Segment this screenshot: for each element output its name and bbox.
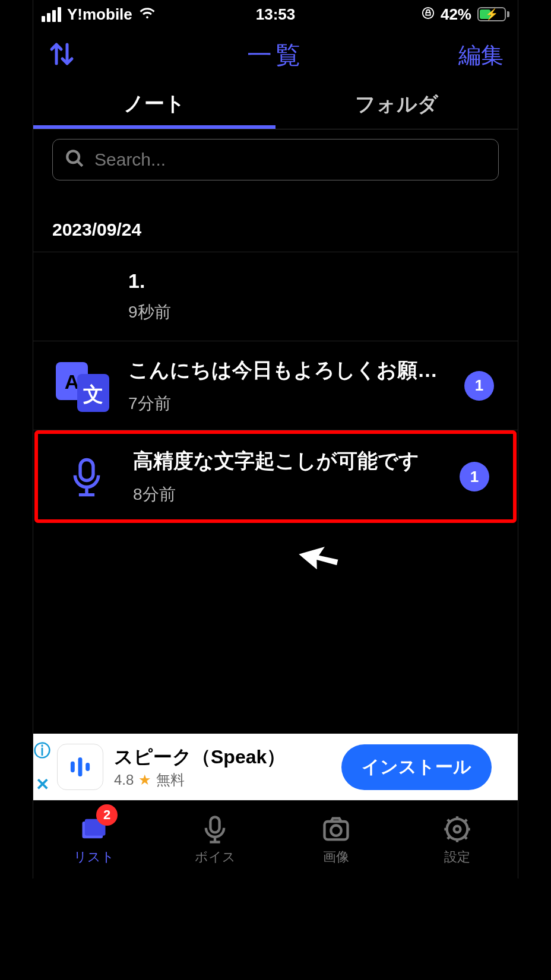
edit-button[interactable]: 編集 bbox=[458, 40, 504, 71]
clock: 13:53 bbox=[256, 5, 296, 24]
tab-voice-label: ボイス bbox=[195, 848, 236, 866]
tab-voice[interactable]: ボイス bbox=[154, 801, 276, 878]
count-badge: 1 bbox=[464, 371, 494, 401]
ad-banner[interactable]: ⓘ✕ スピーク（Speak） 4.8 ★ 無料 インストール bbox=[33, 734, 518, 800]
star-icon: ★ bbox=[138, 772, 151, 788]
date-heading: 2023/09/24 bbox=[33, 190, 518, 252]
svg-point-15 bbox=[447, 819, 468, 839]
note-timestamp: 8分前 bbox=[133, 483, 443, 506]
search-icon bbox=[65, 148, 85, 171]
tab-list-label: リスト bbox=[74, 848, 115, 866]
svg-rect-7 bbox=[71, 762, 75, 772]
ad-rating: 4.8 bbox=[114, 772, 134, 788]
sort-button[interactable] bbox=[48, 40, 76, 71]
ad-price: 無料 bbox=[156, 770, 185, 789]
search-field[interactable] bbox=[52, 139, 499, 180]
note-title: こんにちは今日もよろしくお願い… bbox=[128, 357, 448, 384]
tab-list[interactable]: 2 リスト bbox=[33, 801, 154, 878]
battery-pct: 42% bbox=[441, 5, 471, 24]
signal-icon bbox=[42, 7, 61, 22]
bottom-tab-bar: 2 リスト ボイス 画像 設定 bbox=[33, 800, 518, 878]
note-timestamp: 7分前 bbox=[128, 392, 448, 415]
svg-rect-6 bbox=[80, 460, 93, 481]
install-button[interactable]: インストール bbox=[341, 744, 492, 790]
microphone-icon bbox=[57, 447, 116, 506]
note-timestamp: 9秒前 bbox=[128, 301, 506, 324]
tab-settings[interactable]: 設定 bbox=[397, 801, 518, 878]
note-item[interactable]: 1. 9秒前 bbox=[33, 252, 518, 341]
page-title: 一覧 bbox=[247, 39, 304, 72]
note-title: 1. bbox=[128, 269, 506, 293]
ad-choices-icon[interactable]: ⓘ✕ bbox=[32, 734, 52, 800]
tab-notes[interactable]: ノート bbox=[33, 82, 276, 129]
translate-icon: A 文 bbox=[52, 356, 112, 416]
note-icon-empty bbox=[52, 267, 112, 326]
wifi-icon bbox=[138, 5, 156, 24]
svg-point-1 bbox=[67, 151, 79, 163]
tab-image-label: 画像 bbox=[323, 848, 349, 866]
search-input[interactable] bbox=[93, 149, 486, 170]
pointer-cursor-icon bbox=[292, 538, 346, 594]
status-bar: Y!mobile 13:53 42% ⚡ bbox=[33, 0, 518, 28]
ad-app-icon bbox=[57, 744, 103, 790]
tab-folders[interactable]: フォルダ bbox=[276, 82, 518, 129]
tab-image[interactable]: 画像 bbox=[276, 801, 397, 878]
svg-point-16 bbox=[454, 826, 461, 832]
note-item-highlighted[interactable]: 高精度な文字起こしが可能です 8分前 1 bbox=[34, 430, 517, 523]
rotation-lock-icon bbox=[422, 5, 435, 24]
svg-text:文: 文 bbox=[83, 383, 103, 405]
svg-rect-12 bbox=[210, 817, 219, 832]
tab-settings-label: 設定 bbox=[444, 848, 470, 866]
tab-list-badge: 2 bbox=[96, 804, 118, 826]
nav-bar: 一覧 編集 bbox=[33, 28, 518, 82]
battery-icon: ⚡ bbox=[477, 7, 509, 21]
svg-point-14 bbox=[331, 825, 341, 835]
count-badge: 1 bbox=[460, 462, 489, 491]
note-item[interactable]: A 文 こんにちは今日もよろしくお願い… 7分前 1 bbox=[33, 341, 518, 430]
svg-rect-8 bbox=[78, 757, 83, 776]
svg-rect-9 bbox=[86, 763, 90, 771]
ad-title: スピーク（Speak） bbox=[114, 744, 331, 770]
carrier-label: Y!mobile bbox=[67, 5, 132, 24]
tab-bar: ノート フォルダ bbox=[33, 82, 518, 129]
note-title: 高精度な文字起こしが可能です bbox=[133, 448, 443, 475]
svg-text:A: A bbox=[65, 370, 80, 393]
